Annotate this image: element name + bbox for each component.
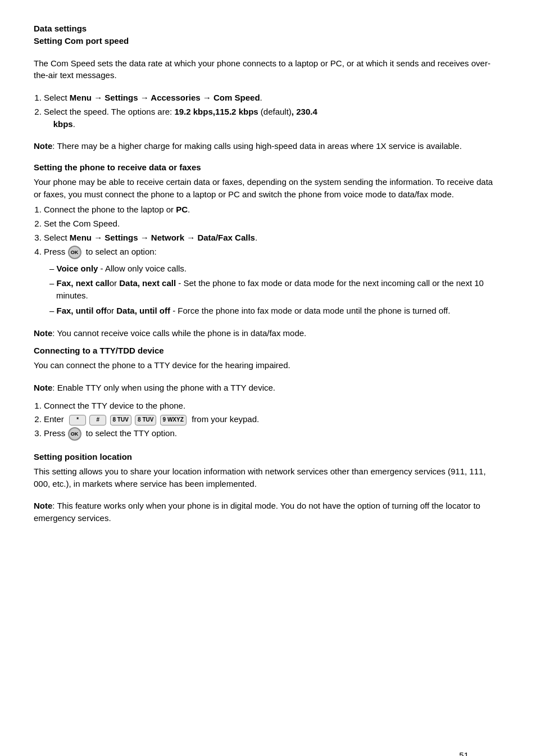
- receive-step-4: Press OK to select an option:: [44, 246, 502, 259]
- note-label-3: Note: [34, 383, 52, 392]
- section-receive-data-faxes: Setting the phone to receive data or fax…: [34, 161, 502, 317]
- com-port-intro-text: The Com Speed sets the data rate at whic…: [34, 57, 502, 82]
- section-com-port-steps: Select Menu → Settings → Accessories → C…: [34, 92, 502, 130]
- section-com-port-intro: The Com Speed sets the data rate at whic…: [34, 57, 502, 82]
- heading-receive-data-faxes: Setting the phone to receive data or fax…: [34, 161, 502, 174]
- keypad-icon-star: *: [69, 415, 86, 425]
- position-location-intro: This setting allows you to share your lo…: [34, 465, 502, 490]
- ok-button-icon-1: OK: [68, 246, 81, 259]
- com-port-steps-list: Select Menu → Settings → Accessories → C…: [44, 92, 502, 130]
- option-data-next-bold: Data, next call: [119, 278, 176, 288]
- option-voice-only: Voice only - Allow only voice calls.: [49, 262, 502, 275]
- receive-step-1: Connect the phone to the laptop or PC.: [44, 203, 502, 216]
- option-fax-next-bold: Fax, next call: [57, 278, 110, 288]
- receive-step-2: Set the Com Speed.: [44, 218, 502, 230]
- receive-step-3-bold: Menu → Settings → Network → Data/Fax Cal…: [70, 233, 255, 242]
- tty-tdd-intro: You can connect the phone to a TTY devic…: [34, 359, 502, 372]
- option-fax-next-call: Fax, next callor Data, next call - Set t…: [49, 277, 502, 302]
- note-voice-calls-text: Note: You cannot receive voice calls whi…: [34, 327, 502, 339]
- options-list: Voice only - Allow only voice calls. Fax…: [49, 262, 502, 317]
- heading-com-port-speed: Setting Com port speed: [34, 35, 502, 47]
- note-label-2: Note: [34, 328, 52, 338]
- section-tty-steps: Connect the TTY device to the phone. Ent…: [34, 400, 502, 441]
- keypad-icon-8a: 8 TUV: [110, 415, 131, 425]
- option-fax-until-off: Fax, until offor Data, until off - Force…: [49, 305, 502, 317]
- keypad-icon-8b: 8 TUV: [135, 415, 156, 425]
- tty-step-2: Enter * # 8 TUV 8 TUV 9 WXYZ from your k…: [44, 413, 502, 425]
- note-tty-text: Note: Enable TTY only when using the pho…: [34, 382, 502, 394]
- keypad-icon-9: 9 WXYZ: [160, 415, 187, 425]
- page-number: 51: [459, 749, 469, 756]
- step2-speeds: 19.2 kbps,115.2 kbps: [174, 107, 258, 116]
- note-high-charge-text: Note: There may be a higher charge for m…: [34, 140, 502, 152]
- option-fax-until-bold: Fax, until off: [57, 306, 107, 315]
- receive-data-faxes-intro: Your phone may be able to receive certai…: [34, 176, 502, 201]
- note-label-4: Note: [34, 501, 52, 510]
- receive-step-3: Select Menu → Settings → Network → Data/…: [44, 232, 502, 244]
- note-digital-mode: Note: This feature works only when your …: [34, 500, 502, 524]
- section-data-settings: Data settings Setting Com port speed: [34, 22, 502, 47]
- heading-tty-tdd: Connecting to a TTY/TDD device: [34, 345, 502, 357]
- section-tty-tdd: Connecting to a TTY/TDD device You can c…: [34, 345, 502, 372]
- heading-data-settings: Data settings: [34, 22, 502, 35]
- page-wrapper: Data settings Setting Com port speed The…: [34, 22, 502, 756]
- tty-step-1: Connect the TTY device to the phone.: [44, 400, 502, 412]
- section-position-location: Setting position location This setting a…: [34, 451, 502, 490]
- receive-data-steps-list: Connect the phone to the laptop or PC. S…: [44, 203, 502, 259]
- keypad-icon-hash: #: [89, 415, 106, 425]
- com-port-step-2: Select the speed. The options are: 19.2 …: [44, 106, 502, 130]
- note-voice-calls: Note: You cannot receive voice calls whi…: [34, 327, 502, 339]
- com-port-step-1: Select Menu → Settings → Accessories → C…: [44, 92, 502, 104]
- receive-step-1-bold: PC: [176, 205, 188, 214]
- option-voice-only-label: Voice only: [57, 264, 98, 273]
- tty-step-3: Press OK to select the TTY option.: [44, 427, 502, 441]
- note-tty-enable: Note: Enable TTY only when using the pho…: [34, 382, 502, 394]
- heading-position-location: Setting position location: [34, 451, 502, 463]
- note-label-1: Note: [34, 141, 52, 151]
- ok-button-icon-2: OK: [68, 427, 81, 441]
- note-digital-mode-text: Note: This feature works only when your …: [34, 500, 502, 524]
- option-data-until-bold: Data, until off: [116, 306, 170, 315]
- step1-bold: Menu → Settings → Accessories → Com Spee…: [70, 93, 260, 102]
- tty-steps-list: Connect the TTY device to the phone. Ent…: [44, 400, 502, 441]
- note-high-charge: Note: There may be a higher charge for m…: [34, 140, 502, 152]
